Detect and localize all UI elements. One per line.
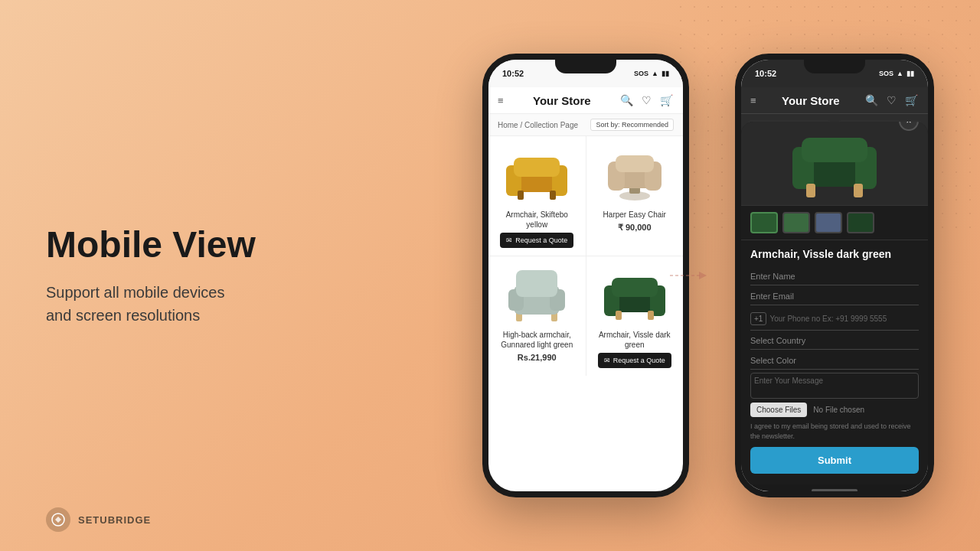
phone2-cart-icon[interactable]: 🛒: [905, 93, 919, 107]
phone-2: 10:52 SOS ▲ ▮▮ ≡ Your Store 🔍 ♡ 🛒: [735, 54, 934, 497]
modal-thumb-2[interactable]: [782, 212, 810, 233]
phone1-status-icons: SOS ▲ ▮▮: [634, 70, 669, 77]
phone2-wishlist-icon[interactable]: ♡: [885, 93, 899, 107]
phone1-status-bar: 10:52 SOS ▲ ▮▮: [488, 60, 683, 87]
choose-files-button[interactable]: Choose Files: [750, 403, 807, 417]
product-card-4: Armchair, Vissle dark green ✉ Request a …: [586, 256, 684, 376]
phone2-hamburger-icon[interactable]: ≡: [750, 95, 756, 106]
product-img-1: [501, 144, 573, 205]
product-img-4: [598, 264, 671, 325]
phone1-store-name: Your Store: [533, 94, 591, 107]
quote-button-4[interactable]: ✉ Request a Quote: [598, 353, 671, 368]
phone1-breadcrumb: Home / Collection Page Sort by: Recommen…: [488, 114, 683, 136]
modal-email-field[interactable]: Enter Email: [750, 288, 919, 305]
consent-text: I agree to my email being stored and use…: [750, 422, 919, 441]
phone2-home-indicator: [741, 484, 928, 497]
svg-rect-25: [648, 311, 654, 320]
phone2-background: ×: [741, 114, 928, 484]
phone2-notch: [804, 60, 865, 73]
svg-rect-33: [854, 184, 863, 197]
svg-rect-23: [612, 278, 658, 297]
product-card-1: Armchair, Skiftebo yellow ✉ Request a Qu…: [488, 136, 586, 256]
product-name-3: High-back armchair, Gunnared light green: [496, 330, 578, 350]
svg-rect-4: [514, 158, 560, 177]
product-card-3: High-back armchair, Gunnared light green…: [488, 256, 586, 376]
phone2-search-icon[interactable]: 🔍: [865, 93, 879, 107]
product-grid: Armchair, Skiftebo yellow ✉ Request a Qu…: [488, 136, 683, 376]
svg-rect-6: [550, 191, 556, 200]
modal-thumbnails: [741, 206, 928, 240]
quote-button-1[interactable]: ✉ Request a Quote: [500, 233, 573, 248]
phone1-app-header: ≡ Your Store 🔍 ♡ 🛒: [488, 87, 683, 114]
phone1-time: 10:52: [502, 69, 524, 78]
modal-message-field[interactable]: Enter Your Message: [750, 373, 919, 399]
dashed-arrow: [670, 260, 708, 291]
product-name-1: Armchair, Skiftebo yellow: [496, 210, 578, 230]
cart-icon[interactable]: 🛒: [660, 93, 674, 107]
modal-name-field[interactable]: Enter Name: [750, 268, 919, 285]
product-img-2: [598, 144, 671, 205]
file-upload-row: Choose Files No File chosen: [750, 403, 919, 417]
product-card-2: Harper Easy Chair ₹ 90,000: [586, 136, 684, 256]
phone2-app-header: ≡ Your Store 🔍 ♡ 🛒: [741, 87, 928, 114]
modal-thumb-4[interactable]: [847, 212, 874, 233]
phone2-status-bar: 10:52 SOS ▲ ▮▮: [741, 60, 928, 87]
phone1-notch: [555, 60, 616, 73]
no-file-label: No File chosen: [813, 406, 864, 414]
svg-rect-5: [518, 191, 524, 200]
product-img-3: [501, 264, 573, 325]
phone2-status-icons: SOS ▲ ▮▮: [879, 70, 914, 77]
brand-icon: [46, 507, 70, 532]
main-headline: Mobile View: [46, 223, 337, 266]
svg-rect-31: [802, 138, 867, 162]
phone1-product-grid-wrapper: Armchair, Skiftebo yellow ✉ Request a Qu…: [488, 136, 683, 491]
brand-name: SETUBRIDGE: [78, 514, 151, 526]
phone2-time: 10:52: [755, 69, 776, 78]
submit-button[interactable]: Submit: [750, 447, 919, 474]
modal-color-field[interactable]: Select Color: [750, 352, 919, 370]
modal-form-body: Armchair, Vissle dark green Enter Name E…: [741, 240, 928, 481]
modal-phone-field[interactable]: +1 Your Phone no Ex: +91 9999 5555: [750, 308, 919, 331]
phone-country-code[interactable]: +1: [750, 312, 766, 325]
phone-placeholder-text: Your Phone no Ex: +91 9999 5555: [769, 315, 887, 323]
phone1-home-indicator: [488, 491, 683, 497]
modal-thumb-3[interactable]: [815, 212, 842, 233]
svg-rect-32: [806, 184, 815, 197]
modal-product-title: Armchair, Vissle dark green: [750, 248, 919, 260]
svg-rect-19: [516, 270, 557, 297]
wishlist-icon[interactable]: ♡: [640, 93, 654, 107]
svg-marker-27: [699, 272, 707, 279]
modal-thumb-1[interactable]: [750, 212, 778, 233]
phone1-inner: 10:52 SOS ▲ ▮▮ ≡ Your Store 🔍 ♡ 🛒: [488, 60, 683, 491]
quote-modal: ×: [741, 122, 928, 484]
sort-dropdown[interactable]: Sort by: Recommended: [590, 119, 674, 131]
subtitle: Support all mobile devices and screen re…: [46, 282, 337, 328]
search-icon[interactable]: 🔍: [620, 93, 634, 107]
svg-rect-24: [616, 311, 622, 320]
hamburger-icon[interactable]: ≡: [498, 95, 504, 106]
phone2-store-name: Your Store: [782, 94, 840, 107]
left-content-section: Mobile View Support all mobile devices a…: [46, 223, 337, 327]
phone1-header-icons: 🔍 ♡ 🛒: [620, 93, 674, 107]
svg-rect-13: [616, 155, 654, 172]
brand-logo: SETUBRIDGE: [46, 507, 151, 532]
product-price-2: ₹ 90,000: [618, 223, 652, 233]
product-name-2: Harper Easy Chair: [603, 210, 666, 220]
product-name-4: Armchair, Vissle dark green: [594, 330, 676, 350]
product-price-3: Rs.21,990: [518, 353, 557, 362]
phones-container: 10:52 SOS ▲ ▮▮ ≡ Your Store 🔍 ♡ 🛒: [482, 54, 934, 497]
modal-product-image: [741, 122, 928, 206]
modal-country-field[interactable]: Select Country: [750, 332, 919, 350]
phone-1: 10:52 SOS ▲ ▮▮ ≡ Your Store 🔍 ♡ 🛒: [482, 54, 689, 497]
phone2-header-icons: 🔍 ♡ 🛒: [865, 93, 919, 107]
breadcrumb-text: Home / Collection Page: [498, 121, 578, 129]
